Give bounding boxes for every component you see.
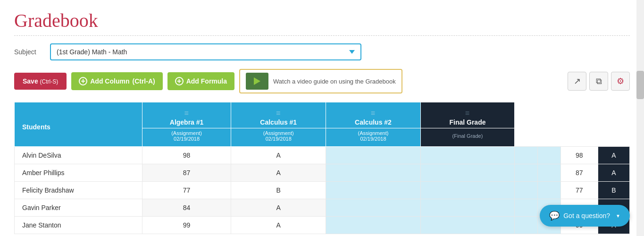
grade-cell[interactable]: 84 — [142, 199, 231, 217]
student-name-cell: Alvin DeSilva — [15, 147, 142, 164]
subject-select[interactable]: (1st Grade) Math - Math — [50, 43, 361, 60]
gradebook-table: Students ≡ Algebra #1 ≡ Calculus #1 — [14, 102, 630, 234]
grade-cell[interactable]: 77 — [142, 182, 231, 199]
grade-cell[interactable]: A — [598, 164, 629, 182]
algebra1-drag-handle[interactable]: ≡ — [148, 109, 226, 118]
grade-cell[interactable] — [420, 217, 514, 234]
grade-cell[interactable]: 99 — [142, 217, 231, 234]
final-drag-handle[interactable]: ≡ — [427, 109, 509, 118]
grade-cell[interactable] — [420, 164, 514, 182]
student-name-cell: Jane Stanton — [15, 217, 142, 234]
grade-cell[interactable] — [515, 182, 538, 199]
table-row: Alvin DeSilva98A98A — [15, 147, 630, 164]
student-name-cell: Felicity Bradshaw — [15, 182, 142, 199]
table-row: Felicity Bradshaw77B77B — [15, 182, 630, 199]
scrollbar-track[interactable] — [636, 0, 644, 236]
grade-cell[interactable]: A — [598, 147, 629, 164]
students-header-label: Students — [22, 123, 50, 131]
export-icon: ↗ — [574, 76, 581, 86]
grade-cell[interactable] — [537, 164, 560, 182]
grade-cell[interactable] — [420, 147, 514, 164]
subject-row: Subject (1st Grade) Math - Math — [14, 43, 630, 60]
grade-cell[interactable]: A — [231, 147, 326, 164]
settings-button[interactable]: ⚙ — [611, 72, 630, 91]
add-formula-button[interactable]: + Add Formula — [167, 72, 234, 90]
save-shortcut: (Ctrl-S) — [40, 78, 59, 85]
table-row: Gavin Parker84A84A — [15, 199, 630, 217]
grade-cell[interactable]: B — [598, 182, 629, 199]
gradebook-table-wrapper: Students ≡ Algebra #1 ≡ Calculus #1 — [14, 102, 630, 234]
drag-dots-icon: ≡ — [184, 109, 189, 118]
scrollbar-thumb[interactable] — [636, 71, 644, 99]
chat-icon: 💬 — [549, 211, 560, 221]
algebra1-header: ≡ Algebra #1 — [142, 102, 231, 128]
table-row: Amber Phillips87A87A — [15, 164, 630, 182]
grade-cell[interactable] — [326, 164, 421, 182]
student-name-cell: Amber Phillips — [15, 164, 142, 182]
copy-icon: ⧉ — [596, 76, 602, 86]
grade-cell[interactable] — [326, 199, 421, 217]
calculus1-drag-handle[interactable]: ≡ — [237, 109, 320, 118]
video-guide-button[interactable]: Watch a video guide on using the Gradebo… — [239, 69, 402, 93]
grade-cell[interactable] — [326, 217, 421, 234]
add-column-button[interactable]: + Add Column (Ctrl-A) — [71, 72, 162, 90]
grade-cell[interactable]: A — [231, 199, 326, 217]
export-button[interactable]: ↗ — [568, 72, 586, 91]
video-guide-label: Watch a video guide on using the Gradebo… — [273, 78, 396, 85]
chat-label: Got a question? — [563, 212, 610, 219]
plus-circle-icon: + — [79, 77, 87, 85]
final-grade-name: Final Grade — [449, 118, 485, 126]
grade-cell[interactable] — [515, 217, 538, 234]
calculus2-header: ≡ Calculus #2 — [326, 102, 421, 128]
grade-cell[interactable]: 87 — [142, 164, 231, 182]
grade-cell[interactable]: 87 — [560, 164, 598, 182]
grade-cell[interactable]: A — [231, 217, 326, 234]
play-icon — [254, 77, 260, 85]
calculus1-name: Calculus #1 — [260, 118, 297, 126]
calculus2-subheader: (Assignment)02/19/2018 — [326, 128, 421, 147]
chevron-down-icon: ▼ — [616, 213, 620, 219]
grade-cell[interactable]: 98 — [142, 147, 231, 164]
grade-cell[interactable] — [515, 147, 538, 164]
toolbar-right: ↗ ⧉ ⚙ — [568, 72, 630, 91]
calculus2-drag-handle[interactable]: ≡ — [332, 109, 415, 118]
grade-cell[interactable] — [420, 182, 514, 199]
grade-cell[interactable]: 98 — [560, 147, 598, 164]
calculus2-name: Calculus #2 — [355, 118, 392, 126]
grade-cell[interactable] — [537, 182, 560, 199]
drag-dots-icon: ≡ — [276, 109, 281, 118]
divider — [14, 35, 630, 36]
grade-cell[interactable] — [515, 199, 538, 217]
video-thumbnail — [246, 73, 268, 90]
page-wrapper: Gradebook Subject (1st Grade) Math - Mat… — [0, 0, 644, 236]
add-column-label: Add Column — [90, 77, 129, 85]
page-title: Gradebook — [14, 9, 630, 32]
grade-cell[interactable] — [420, 199, 514, 217]
chat-button[interactable]: 💬 Got a question? ▼ — [540, 205, 630, 227]
drag-dots-icon: ≡ — [465, 109, 470, 118]
final-grade-subheader: (Final Grade) — [420, 128, 514, 147]
copy-button[interactable]: ⧉ — [589, 72, 608, 91]
save-label: Save — [23, 77, 38, 85]
grade-cell[interactable] — [326, 182, 421, 199]
grade-cell[interactable] — [515, 164, 538, 182]
final-grade-header: ≡ Final Grade — [420, 102, 514, 128]
grade-cell[interactable]: 77 — [560, 182, 598, 199]
table-header-row-1: Students ≡ Algebra #1 ≡ Calculus #1 — [15, 102, 630, 128]
table-body: Alvin DeSilva98A98AAmber Phillips87A87AF… — [15, 147, 630, 234]
grade-cell[interactable] — [537, 147, 560, 164]
save-button[interactable]: Save (Ctrl-S) — [14, 73, 67, 90]
table-row: Jane Stanton99A99A — [15, 217, 630, 234]
add-formula-label: Add Formula — [186, 77, 227, 85]
grade-cell[interactable]: B — [231, 182, 326, 199]
toolbar: Save (Ctrl-S) + Add Column (Ctrl-A) + Ad… — [14, 69, 630, 93]
algebra1-name: Algebra #1 — [170, 118, 204, 126]
subject-label: Subject — [14, 48, 42, 56]
grade-cell[interactable]: A — [231, 164, 326, 182]
add-column-shortcut: (Ctrl-A) — [132, 77, 155, 85]
algebra1-subheader: (Assignment)02/19/2018 — [142, 128, 231, 147]
students-header: Students — [15, 102, 142, 147]
drag-dots-icon: ≡ — [371, 109, 376, 118]
grade-cell[interactable] — [326, 147, 421, 164]
plus-circle-formula-icon: + — [175, 77, 184, 85]
